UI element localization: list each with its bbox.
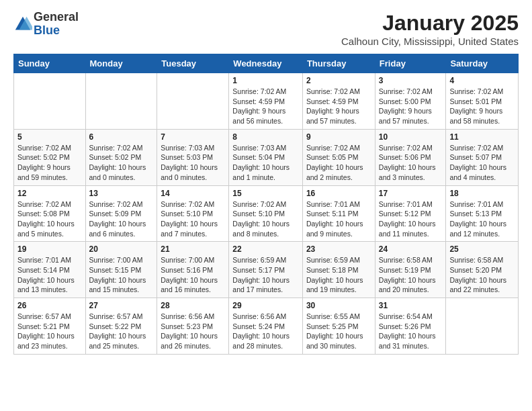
day-number: 23 — [306, 244, 371, 254]
calendar-cell — [85, 73, 157, 130]
calendar-cell: 17Sunrise: 7:01 AM Sunset: 5:12 PM Dayli… — [375, 185, 446, 242]
day-info: Sunrise: 7:01 AM Sunset: 5:12 PM Dayligh… — [379, 199, 443, 239]
calendar-cell — [14, 73, 86, 130]
day-number: 13 — [89, 189, 154, 198]
day-info: Sunrise: 7:02 AM Sunset: 5:10 PM Dayligh… — [161, 199, 225, 239]
calendar-cell: 15Sunrise: 7:02 AM Sunset: 5:10 PM Dayli… — [229, 185, 303, 242]
calendar-cell: 3Sunrise: 7:02 AM Sunset: 5:00 PM Daylig… — [375, 73, 446, 130]
weekday-header-monday: Monday — [85, 54, 157, 73]
calendar-cell: 24Sunrise: 6:58 AM Sunset: 5:19 PM Dayli… — [375, 242, 446, 298]
day-number: 14 — [161, 189, 225, 198]
day-number: 3 — [379, 76, 443, 85]
day-number: 4 — [449, 76, 515, 85]
day-info: Sunrise: 7:02 AM Sunset: 5:09 PM Dayligh… — [89, 199, 154, 239]
calendar-subtitle: Calhoun City, Mississippi, United States — [341, 36, 519, 47]
calendar-cell: 7Sunrise: 7:03 AM Sunset: 5:03 PM Daylig… — [157, 129, 229, 185]
day-info: Sunrise: 7:03 AM Sunset: 5:03 PM Dayligh… — [161, 143, 225, 183]
day-number: 7 — [161, 132, 225, 142]
week-row-4: 26Sunrise: 6:57 AM Sunset: 5:21 PM Dayli… — [14, 298, 519, 355]
calendar-cell: 19Sunrise: 7:01 AM Sunset: 5:14 PM Dayli… — [14, 242, 86, 298]
calendar-cell: 27Sunrise: 6:57 AM Sunset: 5:22 PM Dayli… — [85, 298, 157, 355]
header: General Blue January 2025 Calhoun City, … — [13, 11, 519, 47]
day-info: Sunrise: 7:02 AM Sunset: 4:59 PM Dayligh… — [232, 87, 299, 126]
weekday-header-tuesday: Tuesday — [157, 54, 229, 73]
day-number: 19 — [17, 244, 82, 254]
day-info: Sunrise: 6:54 AM Sunset: 5:26 PM Dayligh… — [379, 312, 443, 351]
page: General Blue January 2025 Calhoun City, … — [0, 0, 532, 365]
day-number: 9 — [306, 132, 371, 142]
day-info: Sunrise: 7:03 AM Sunset: 5:04 PM Dayligh… — [232, 143, 299, 183]
calendar-cell: 23Sunrise: 6:59 AM Sunset: 5:18 PM Dayli… — [302, 242, 375, 298]
day-number: 27 — [89, 301, 154, 310]
day-info: Sunrise: 7:02 AM Sunset: 5:02 PM Dayligh… — [17, 143, 82, 183]
day-number: 10 — [379, 132, 443, 142]
day-number: 20 — [89, 244, 154, 254]
day-number: 12 — [17, 189, 82, 198]
calendar-cell: 4Sunrise: 7:02 AM Sunset: 5:01 PM Daylig… — [446, 73, 519, 130]
logo-blue: Blue — [34, 24, 79, 38]
week-row-1: 5Sunrise: 7:02 AM Sunset: 5:02 PM Daylig… — [14, 129, 519, 185]
day-info: Sunrise: 7:02 AM Sunset: 5:08 PM Dayligh… — [17, 199, 82, 239]
day-info: Sunrise: 7:02 AM Sunset: 5:00 PM Dayligh… — [379, 87, 443, 126]
day-info: Sunrise: 6:58 AM Sunset: 5:19 PM Dayligh… — [379, 255, 443, 295]
week-row-3: 19Sunrise: 7:01 AM Sunset: 5:14 PM Dayli… — [14, 242, 519, 298]
day-info: Sunrise: 6:59 AM Sunset: 5:17 PM Dayligh… — [232, 255, 299, 295]
calendar-cell: 9Sunrise: 7:02 AM Sunset: 5:05 PM Daylig… — [302, 129, 375, 185]
day-number: 2 — [306, 76, 371, 85]
day-info: Sunrise: 6:57 AM Sunset: 5:21 PM Dayligh… — [17, 312, 82, 351]
day-number: 30 — [306, 301, 371, 310]
weekday-header-thursday: Thursday — [302, 54, 375, 73]
logo-icon — [13, 15, 32, 34]
day-info: Sunrise: 7:02 AM Sunset: 5:07 PM Dayligh… — [449, 143, 515, 183]
day-number: 18 — [449, 189, 515, 198]
weekday-header-wednesday: Wednesday — [229, 54, 303, 73]
weekday-header-saturday: Saturday — [446, 54, 519, 73]
day-number: 15 — [232, 189, 299, 198]
calendar-cell: 5Sunrise: 7:02 AM Sunset: 5:02 PM Daylig… — [14, 129, 86, 185]
weekday-header-row: SundayMondayTuesdayWednesdayThursdayFrid… — [14, 54, 519, 73]
day-number: 5 — [17, 132, 82, 142]
day-info: Sunrise: 7:01 AM Sunset: 5:14 PM Dayligh… — [17, 255, 82, 295]
calendar-cell: 20Sunrise: 7:00 AM Sunset: 5:15 PM Dayli… — [85, 242, 157, 298]
calendar-cell — [446, 298, 519, 355]
day-number: 26 — [17, 301, 82, 310]
day-number: 22 — [232, 244, 299, 254]
calendar-cell: 12Sunrise: 7:02 AM Sunset: 5:08 PM Dayli… — [14, 185, 86, 242]
calendar-cell: 8Sunrise: 7:03 AM Sunset: 5:04 PM Daylig… — [229, 129, 303, 185]
day-info: Sunrise: 6:57 AM Sunset: 5:22 PM Dayligh… — [89, 312, 154, 351]
day-info: Sunrise: 6:55 AM Sunset: 5:25 PM Dayligh… — [306, 312, 371, 351]
day-info: Sunrise: 6:59 AM Sunset: 5:18 PM Dayligh… — [306, 255, 371, 295]
day-number: 1 — [232, 76, 299, 85]
day-number: 17 — [379, 189, 443, 198]
day-info: Sunrise: 7:02 AM Sunset: 5:06 PM Dayligh… — [379, 143, 443, 183]
day-number: 21 — [161, 244, 225, 254]
calendar-cell: 22Sunrise: 6:59 AM Sunset: 5:17 PM Dayli… — [229, 242, 303, 298]
calendar-table: SundayMondayTuesdayWednesdayThursdayFrid… — [13, 54, 519, 355]
calendar-cell: 29Sunrise: 6:56 AM Sunset: 5:24 PM Dayli… — [229, 298, 303, 355]
calendar-cell: 28Sunrise: 6:56 AM Sunset: 5:23 PM Dayli… — [157, 298, 229, 355]
day-info: Sunrise: 6:56 AM Sunset: 5:23 PM Dayligh… — [161, 312, 225, 351]
calendar-cell: 18Sunrise: 7:01 AM Sunset: 5:13 PM Dayli… — [446, 185, 519, 242]
title-block: January 2025 Calhoun City, Mississippi, … — [341, 11, 519, 47]
logo-general: General — [34, 11, 79, 24]
day-number: 16 — [306, 189, 371, 198]
day-number: 11 — [449, 132, 515, 142]
calendar-cell: 21Sunrise: 7:00 AM Sunset: 5:16 PM Dayli… — [157, 242, 229, 298]
logo-text: General Blue — [34, 11, 79, 38]
day-info: Sunrise: 7:02 AM Sunset: 4:59 PM Dayligh… — [306, 87, 371, 126]
day-info: Sunrise: 7:00 AM Sunset: 5:15 PM Dayligh… — [89, 255, 154, 295]
day-number: 28 — [161, 301, 225, 310]
calendar-cell: 26Sunrise: 6:57 AM Sunset: 5:21 PM Dayli… — [14, 298, 86, 355]
calendar-cell: 13Sunrise: 7:02 AM Sunset: 5:09 PM Dayli… — [85, 185, 157, 242]
weekday-header-friday: Friday — [375, 54, 446, 73]
day-info: Sunrise: 7:01 AM Sunset: 5:13 PM Dayligh… — [449, 199, 515, 239]
calendar-cell: 16Sunrise: 7:01 AM Sunset: 5:11 PM Dayli… — [302, 185, 375, 242]
day-info: Sunrise: 7:01 AM Sunset: 5:11 PM Dayligh… — [306, 199, 371, 239]
day-number: 6 — [89, 132, 154, 142]
week-row-2: 12Sunrise: 7:02 AM Sunset: 5:08 PM Dayli… — [14, 185, 519, 242]
day-info: Sunrise: 7:00 AM Sunset: 5:16 PM Dayligh… — [161, 255, 225, 295]
calendar-cell: 30Sunrise: 6:55 AM Sunset: 5:25 PM Dayli… — [302, 298, 375, 355]
calendar-cell: 1Sunrise: 7:02 AM Sunset: 4:59 PM Daylig… — [229, 73, 303, 130]
logo: General Blue — [13, 11, 79, 38]
calendar-cell: 10Sunrise: 7:02 AM Sunset: 5:06 PM Dayli… — [375, 129, 446, 185]
